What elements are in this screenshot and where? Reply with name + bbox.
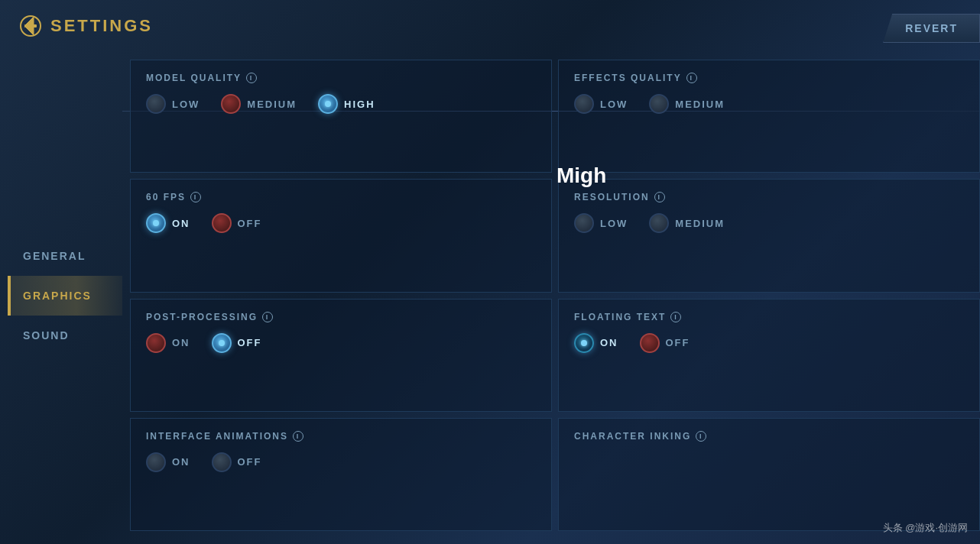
sidebar: GENERAL GRAPHICS SOUND xyxy=(0,52,122,539)
post-processing-off-radio[interactable] xyxy=(212,333,232,353)
interface-animations-off[interactable]: OFF xyxy=(212,452,262,472)
character-inking-label: CHARACTER INKING i xyxy=(574,431,964,442)
model-quality-info-icon[interactable]: i xyxy=(246,73,257,83)
interface-animations-block: INTERFACE ANIMATIONS i ON OFF xyxy=(130,418,552,531)
floating-text-block: FLOATING TEXT i ON OFF xyxy=(558,299,980,412)
floating-text-info-icon[interactable]: i xyxy=(670,312,681,322)
post-processing-on-radio[interactable] xyxy=(146,333,166,353)
model-quality-low-radio[interactable] xyxy=(146,94,166,114)
model-quality-medium-radio[interactable] xyxy=(221,94,241,114)
interface-animations-info-icon[interactable]: i xyxy=(293,431,303,442)
floating-text-on-radio[interactable] xyxy=(574,333,594,353)
model-quality-medium[interactable]: MEDIUM xyxy=(221,94,297,114)
model-quality-high[interactable]: HIGH xyxy=(318,94,375,114)
back-arrow-icon xyxy=(18,14,43,38)
post-processing-block: POST-PROCESSING i ON OFF xyxy=(130,299,552,412)
resolution-info-icon[interactable]: i xyxy=(654,192,665,202)
resolution-low[interactable]: LOW xyxy=(574,213,628,233)
fps-block: 60 FPS i ON OFF xyxy=(130,179,552,292)
main-layout: GENERAL GRAPHICS SOUND MODEL QUALITY i xyxy=(0,52,980,539)
model-quality-high-radio[interactable] xyxy=(318,94,338,114)
interface-animations-options: ON OFF xyxy=(146,452,536,472)
post-processing-info-icon[interactable]: i xyxy=(262,312,273,322)
character-inking-info-icon[interactable]: i xyxy=(696,431,706,442)
floating-text-on[interactable]: ON xyxy=(574,333,618,353)
model-quality-low[interactable]: LOW xyxy=(146,94,200,114)
model-quality-options: LOW MEDIUM HIGH xyxy=(146,94,536,114)
sidebar-item-graphics[interactable]: GRAPHICS xyxy=(8,276,122,316)
effects-quality-low-radio[interactable] xyxy=(574,94,594,114)
effects-quality-block: EFFECTS QUALITY i LOW MEDIUM xyxy=(558,60,980,173)
resolution-options: LOW MEDIUM xyxy=(574,213,964,233)
interface-animations-on[interactable]: ON xyxy=(146,452,190,472)
post-processing-off[interactable]: OFF xyxy=(212,333,262,353)
sidebar-item-sound[interactable]: SOUND xyxy=(8,316,122,355)
revert-button[interactable]: REVERT xyxy=(883,14,980,43)
resolution-low-radio[interactable] xyxy=(574,213,594,233)
post-processing-options: ON OFF xyxy=(146,333,536,353)
fps-options: ON OFF xyxy=(146,213,536,233)
fps-on-radio[interactable] xyxy=(146,213,166,233)
header: SETTINGS REVERT xyxy=(0,0,980,52)
effects-quality-info-icon[interactable]: i xyxy=(686,73,697,83)
page-title: SETTINGS xyxy=(50,16,153,36)
character-inking-block: CHARACTER INKING i xyxy=(558,418,980,531)
model-quality-label: MODEL QUALITY i xyxy=(146,73,536,83)
migh-annotation: Migh xyxy=(557,164,606,188)
resolution-block: RESOLUTION i LOW MEDIUM xyxy=(558,179,980,292)
resolution-medium-radio[interactable] xyxy=(649,213,669,233)
fps-off-radio[interactable] xyxy=(212,213,232,233)
fps-info-icon[interactable]: i xyxy=(190,192,201,202)
resolution-medium[interactable]: MEDIUM xyxy=(649,213,725,233)
interface-animations-on-radio[interactable] xyxy=(146,452,166,472)
sidebar-item-general[interactable]: GENERAL xyxy=(8,236,122,276)
interface-animations-off-radio[interactable] xyxy=(212,452,232,472)
back-button[interactable]: SETTINGS xyxy=(18,14,153,38)
post-processing-label: POST-PROCESSING i xyxy=(146,312,536,322)
resolution-label: RESOLUTION i xyxy=(574,192,964,202)
effects-quality-options: LOW MEDIUM xyxy=(574,94,964,114)
settings-grid: MODEL QUALITY i LOW MEDIUM xyxy=(130,60,980,531)
effects-quality-label: EFFECTS QUALITY i xyxy=(574,73,964,83)
floating-text-off-radio[interactable] xyxy=(640,333,660,353)
fps-label: 60 FPS i xyxy=(146,192,536,202)
watermark: 头条 @游戏·创游网 xyxy=(883,521,968,535)
interface-animations-label: INTERFACE ANIMATIONS i xyxy=(146,431,536,442)
fps-off[interactable]: OFF xyxy=(212,213,262,233)
floating-text-label: FLOATING TEXT i xyxy=(574,312,964,322)
effects-quality-low[interactable]: LOW xyxy=(574,94,628,114)
settings-panel: MODEL QUALITY i LOW MEDIUM xyxy=(122,52,980,539)
fps-on[interactable]: ON xyxy=(146,213,190,233)
floating-text-options: ON OFF xyxy=(574,333,964,353)
effects-quality-medium-radio[interactable] xyxy=(649,94,669,114)
effects-quality-medium[interactable]: MEDIUM xyxy=(649,94,725,114)
floating-text-off[interactable]: OFF xyxy=(640,333,690,353)
post-processing-on[interactable]: ON xyxy=(146,333,190,353)
svg-rect-1 xyxy=(24,24,37,28)
model-quality-block: MODEL QUALITY i LOW MEDIUM xyxy=(130,60,552,173)
